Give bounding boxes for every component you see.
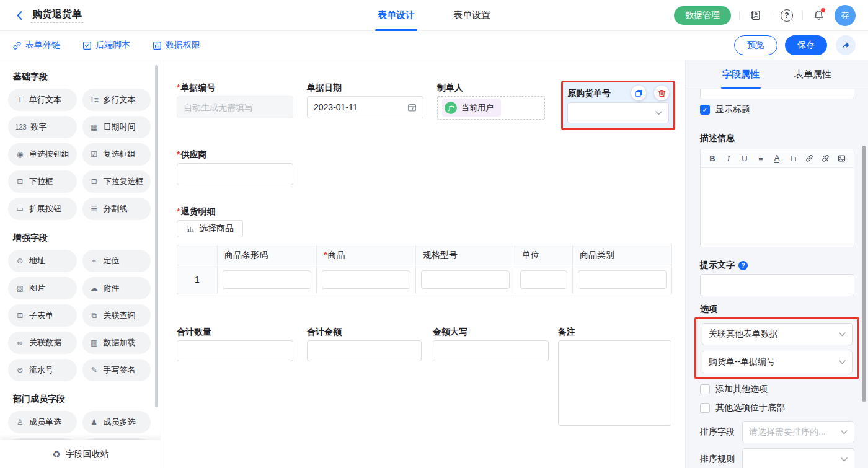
required-mark: *	[177, 206, 180, 216]
preview-button[interactable]: 预览	[734, 35, 777, 55]
unit-cell-input[interactable]	[520, 270, 567, 289]
font-size-button[interactable]: Tᴛ	[785, 151, 801, 166]
doc-no-input[interactable]	[177, 96, 293, 118]
sidebar-item-image[interactable]: ▧图片	[8, 277, 77, 299]
item-label: 单行文本	[29, 94, 61, 105]
add-other-option-row[interactable]: 添加其他选项	[700, 384, 854, 395]
field-recycle-bin-button[interactable]: ♻ 字段回收站	[0, 440, 161, 468]
contacts-button[interactable]	[748, 8, 763, 23]
sidebar-item-datetime[interactable]: ▦日期时间	[82, 116, 151, 138]
remove-link-button[interactable]	[817, 151, 833, 166]
sidebar-item-location[interactable]: ⌖定位	[82, 250, 151, 272]
sort-field-select[interactable]: 请选择需要排序的...	[742, 421, 854, 443]
sidebar-item-checkbox-group[interactable]: ☑复选框组	[82, 143, 151, 166]
sidebar-item-member-multi[interactable]: ♟成员多选	[82, 411, 151, 433]
save-button[interactable]: 保存	[785, 35, 827, 55]
required-mark: *	[177, 82, 180, 92]
amount-words-input[interactable]	[433, 340, 549, 361]
font-color-button[interactable]: A	[769, 151, 785, 166]
avatar[interactable]: 存	[835, 5, 856, 26]
sidebar-item-number[interactable]: 123数字	[8, 116, 77, 138]
show-title-checkbox-row[interactable]: ✓ 显示标题	[700, 104, 854, 115]
supplier-input[interactable]	[177, 163, 293, 185]
barcode-cell-input[interactable]	[223, 270, 311, 289]
notifications-button[interactable]	[811, 8, 826, 23]
underline-button[interactable]: U	[737, 151, 753, 166]
other-option-bottom-row[interactable]: 其他选项位于底部	[700, 402, 854, 413]
external-link-icon	[12, 41, 22, 50]
sidebar-item-signature[interactable]: ✎手写签名	[82, 359, 151, 381]
backend-script-link[interactable]: 后端脚本	[82, 40, 130, 51]
item-label: 关联数据	[29, 337, 61, 348]
italic-button[interactable]: I	[720, 151, 737, 166]
divider	[802, 11, 803, 20]
field-doc-date[interactable]: 单据日期 2023-01-11	[307, 81, 423, 118]
col-goods: *商品	[317, 245, 416, 265]
option-source-select[interactable]: 关联其他表单数据	[702, 323, 852, 345]
sidebar-item-subform[interactable]: ⊞子表单	[8, 304, 77, 327]
sidebar-item-dropdown[interactable]: ⊡下拉框	[8, 170, 77, 193]
copy-field-button[interactable]	[631, 86, 646, 100]
sidebar-item-data-load[interactable]: ▥数据加载	[82, 332, 151, 354]
field-creator[interactable]: 制单人 户 当前用户	[437, 81, 545, 120]
tab-field-properties[interactable]: 字段属性	[722, 60, 760, 89]
hint-input[interactable]	[700, 274, 854, 296]
tab-form-settings[interactable]: 表单设置	[453, 0, 490, 31]
data-manage-button[interactable]: 数据管理	[674, 6, 731, 25]
sidebar-item-multi-line-text[interactable]: T≡多行文本	[82, 89, 151, 111]
doc-date-input[interactable]: 2023-01-11	[307, 96, 423, 118]
checkbox-icon[interactable]	[700, 403, 710, 413]
tab-form-design[interactable]: 表单设计	[378, 0, 415, 31]
sidebar-item-divider-line[interactable]: ☰分割线	[82, 198, 151, 220]
field-supplier[interactable]: *供应商	[177, 148, 293, 185]
help-icon: ?	[781, 9, 793, 22]
sort-rule-select[interactable]	[742, 448, 854, 468]
sidebar-item-linked-data[interactable]: ∞关联数据	[8, 332, 77, 354]
data-permission-link[interactable]: 数据权限	[153, 40, 200, 51]
sidebar-item-extend-button[interactable]: ▭扩展按钮	[8, 198, 77, 220]
field-origin-order-selected[interactable]: 原购货单号	[561, 81, 675, 130]
align-button[interactable]: ≡	[753, 151, 769, 166]
tab-form-properties[interactable]: 表单属性	[794, 60, 831, 89]
field-total-amount[interactable]: 合计金额	[307, 325, 422, 361]
bold-button[interactable]: B	[704, 151, 720, 166]
insert-link-button[interactable]	[801, 151, 817, 166]
field-return-detail[interactable]: *退货明细 选择商品 商品条形码 *商品 规格型号 单位 商品类别 1	[177, 205, 685, 294]
share-button[interactable]	[836, 35, 856, 55]
hint-help-icon[interactable]: ?	[738, 261, 748, 270]
help-button[interactable]: ?	[779, 8, 794, 23]
form-external-link[interactable]: 表单外链	[12, 40, 60, 51]
sidebar-scrollbar[interactable]	[155, 65, 158, 407]
clipped-input[interactable]	[700, 89, 854, 99]
creator-value-box[interactable]: 户 当前用户	[437, 96, 545, 120]
description-editor-body[interactable]	[701, 168, 854, 247]
select-goods-button[interactable]: 选择商品	[177, 220, 243, 237]
delete-field-button[interactable]	[654, 86, 669, 100]
sidebar-item-attachment[interactable]: ☁附件	[82, 277, 151, 299]
remark-textarea[interactable]	[558, 340, 671, 426]
total-amount-input[interactable]	[307, 340, 422, 361]
page-title[interactable]: 购货退货单	[31, 7, 83, 23]
panel-scrollbar[interactable]	[862, 146, 866, 402]
insert-image-button[interactable]	[833, 151, 849, 166]
field-remark[interactable]: 备注	[558, 325, 671, 428]
sidebar-item-serial-number[interactable]: ⊜流水号	[8, 359, 77, 381]
checkbox-checked-icon[interactable]: ✓	[700, 105, 710, 115]
back-button[interactable]	[12, 8, 27, 23]
category-cell-input[interactable]	[578, 270, 666, 289]
sidebar-item-single-line-text[interactable]: T单行文本	[8, 89, 77, 111]
field-total-qty[interactable]: 合计数量	[177, 325, 293, 361]
field-amount-words[interactable]: 金额大写	[433, 325, 549, 361]
spec-cell-input[interactable]	[421, 270, 510, 289]
sidebar-item-lookup-query[interactable]: ⧉关联查询	[82, 304, 151, 327]
sidebar-item-multi-dropdown[interactable]: ⊟下拉复选框	[82, 170, 151, 193]
sidebar-item-member-single[interactable]: ♙成员单选	[8, 411, 77, 433]
origin-order-select[interactable]	[567, 102, 669, 123]
checkbox-icon[interactable]	[700, 384, 710, 394]
total-qty-input[interactable]	[177, 340, 293, 361]
option-target-select[interactable]: 购货单--单据编号	[702, 351, 852, 373]
sidebar-item-radio-group[interactable]: ◉单选按钮组	[8, 143, 77, 166]
field-doc-no[interactable]: *单据编号	[177, 81, 293, 118]
sidebar-item-address[interactable]: ⊙地址	[8, 250, 77, 272]
goods-cell-input[interactable]	[322, 270, 410, 289]
